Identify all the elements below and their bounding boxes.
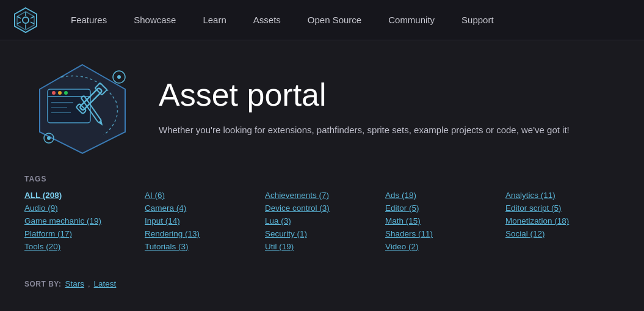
tag-platform[interactable]: Platform (17) bbox=[24, 229, 139, 238]
nav-community[interactable]: Community bbox=[375, 0, 448, 40]
svg-line-7 bbox=[31, 16, 34, 18]
tag-editor[interactable]: Editor (5) bbox=[385, 203, 499, 213]
logo-icon[interactable] bbox=[12, 7, 39, 34]
svg-point-14 bbox=[64, 91, 68, 95]
tag-audio[interactable]: Audio (9) bbox=[24, 203, 139, 213]
tag-math[interactable]: Math (15) bbox=[385, 216, 499, 225]
navbar: Features Showcase Learn Assets Open Sour… bbox=[0, 0, 644, 40]
tag-empty bbox=[505, 242, 620, 251]
tag-editor-script[interactable]: Editor script (5) bbox=[505, 203, 620, 213]
svg-point-28 bbox=[47, 136, 51, 140]
nav-showcase[interactable]: Showcase bbox=[120, 0, 189, 40]
sort-stars[interactable]: Stars bbox=[65, 279, 84, 288]
tag-input[interactable]: Input (14) bbox=[145, 216, 259, 225]
tag-util[interactable]: Util (19) bbox=[265, 242, 379, 251]
tag-tools[interactable]: Tools (20) bbox=[24, 242, 139, 251]
tags-section: TAGS ALL (208) AI (6) Achievements (7) A… bbox=[0, 169, 644, 274]
hero-section: Asset portal Whether you're looking for … bbox=[0, 40, 644, 169]
hero-description: Whether you're looking for extensions, p… bbox=[159, 123, 570, 137]
tag-monetization[interactable]: Monetization (18) bbox=[505, 216, 620, 225]
tag-ai[interactable]: AI (6) bbox=[145, 191, 259, 200]
hero-illustration bbox=[24, 59, 140, 156]
tag-rendering[interactable]: Rendering (13) bbox=[145, 229, 259, 238]
tag-camera[interactable]: Camera (4) bbox=[145, 203, 259, 213]
tags-label: TAGS bbox=[24, 175, 620, 183]
nav-links: Features Showcase Learn Assets Open Sour… bbox=[57, 0, 507, 40]
svg-point-24 bbox=[117, 75, 121, 79]
svg-point-13 bbox=[58, 91, 62, 95]
hero-text-block: Asset portal Whether you're looking for … bbox=[159, 78, 570, 137]
svg-point-12 bbox=[52, 91, 56, 95]
tag-ads[interactable]: Ads (18) bbox=[385, 191, 499, 200]
tag-video[interactable]: Video (2) bbox=[385, 242, 499, 251]
tag-game-mechanic[interactable]: Game mechanic (19) bbox=[24, 216, 139, 225]
tag-lua[interactable]: Lua (3) bbox=[265, 216, 379, 225]
tag-achievements[interactable]: Achievements (7) bbox=[265, 191, 379, 200]
tag-shaders[interactable]: Shaders (11) bbox=[385, 229, 499, 238]
nav-assets[interactable]: Assets bbox=[240, 0, 294, 40]
sort-section: SORT BY: Stars , Latest bbox=[0, 274, 644, 295]
nav-learn[interactable]: Learn bbox=[189, 0, 239, 40]
sort-separator: , bbox=[88, 279, 90, 288]
nav-open-source[interactable]: Open Source bbox=[294, 0, 375, 40]
tags-grid: ALL (208) AI (6) Achievements (7) Ads (1… bbox=[24, 191, 620, 251]
tag-all[interactable]: ALL (208) bbox=[24, 191, 139, 200]
tag-analytics[interactable]: Analytics (11) bbox=[505, 191, 620, 200]
svg-line-5 bbox=[17, 16, 21, 18]
svg-point-2 bbox=[23, 17, 29, 23]
svg-line-8 bbox=[17, 22, 21, 24]
svg-line-6 bbox=[31, 22, 34, 24]
tag-security[interactable]: Security (1) bbox=[265, 229, 379, 238]
tag-social[interactable]: Social (12) bbox=[505, 229, 620, 238]
nav-support[interactable]: Support bbox=[448, 0, 507, 40]
nav-features[interactable]: Features bbox=[57, 0, 120, 40]
sort-latest[interactable]: Latest bbox=[94, 279, 117, 288]
tag-tutorials[interactable]: Tutorials (3) bbox=[145, 242, 259, 251]
sort-by-label: SORT BY: bbox=[24, 280, 61, 288]
page-title: Asset portal bbox=[159, 78, 570, 112]
tag-device-control[interactable]: Device control (3) bbox=[265, 203, 379, 213]
